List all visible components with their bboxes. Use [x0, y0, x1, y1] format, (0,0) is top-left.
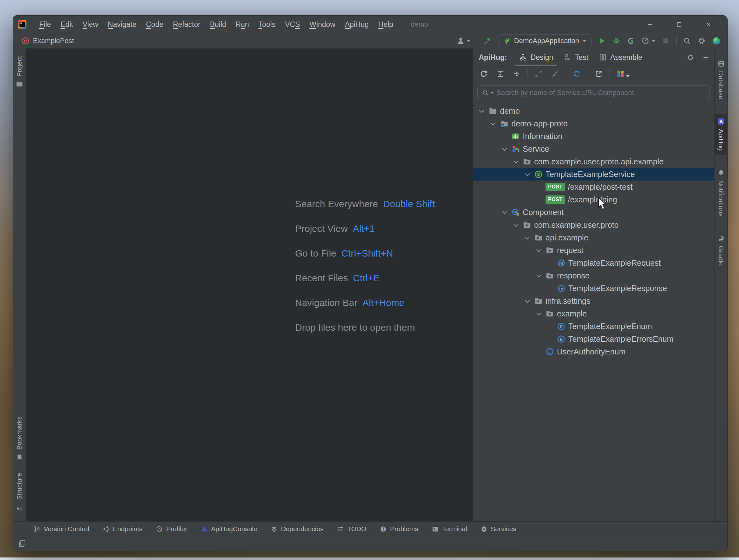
color-grid-icon	[616, 70, 625, 78]
tree-row-userauthorityenum[interactable]: EUserAuthorityEnum	[473, 345, 714, 358]
menu-item-help[interactable]: Help	[374, 15, 398, 33]
shrink-window-button[interactable]	[551, 70, 559, 78]
build-hammer-button[interactable]	[483, 37, 492, 45]
tree-row-com-example-user-proto[interactable]: com.example.user.proto	[473, 219, 714, 231]
layout-widget-button[interactable]	[18, 539, 26, 548]
tree-row-com-example-user-proto-api-example[interactable]: com.example.user.proto.api.example	[473, 155, 714, 168]
stop-button[interactable]	[662, 37, 670, 45]
gradle-icon	[718, 235, 725, 242]
menu-item-window[interactable]: Window	[305, 15, 340, 33]
stripe-label-project[interactable]: Project	[15, 56, 23, 77]
package-icon	[534, 297, 543, 305]
panel-settings-button[interactable]	[687, 53, 694, 61]
panel-search-input[interactable]	[496, 88, 706, 97]
tree-row-service[interactable]: {}Service	[473, 143, 714, 155]
stripe-item-apihug[interactable]: ApiHug	[715, 114, 727, 155]
color-grid-button[interactable]	[612, 70, 630, 78]
stripe-item-bookmarks[interactable]: Bookmarks	[15, 417, 23, 461]
toolwindow-button-version-control[interactable]: Version Control	[33, 525, 89, 533]
profiler-button[interactable]	[641, 37, 655, 45]
tree-row-templateexampleresponse[interactable]: mTemplateExampleResponse	[473, 282, 714, 295]
shortcut-keys: Ctrl+Shift+N	[341, 248, 393, 259]
tree-row-demo[interactable]: demo	[473, 105, 714, 117]
chevron-down-icon	[535, 196, 543, 203]
stripe-item-structure[interactable]: Structure	[15, 473, 23, 511]
tree-row-example-post-test[interactable]: POST/example/post-test	[473, 180, 714, 193]
collapse-all-button[interactable]	[512, 70, 521, 78]
stripe-item-notifications[interactable]: Notifications	[715, 165, 727, 220]
menu-item-view[interactable]: View	[78, 15, 103, 33]
toolwindow-button-problems[interactable]: Problems	[380, 525, 418, 533]
coverage-button[interactable]	[627, 37, 635, 45]
tree-row-response[interactable]: response	[473, 269, 714, 282]
tab-design[interactable]: Design	[514, 48, 559, 66]
toolwindow-button-services[interactable]: Services	[480, 525, 516, 533]
menu-item-edit[interactable]: Edit	[56, 15, 78, 33]
tree-row-component[interactable]: mComponent	[473, 206, 714, 219]
shortcut-action: Search Everywhere	[295, 198, 378, 209]
toolwindow-button-endpoints[interactable]: Endpoints	[103, 525, 142, 533]
module-folder-icon	[500, 119, 508, 128]
menu-item-apihug[interactable]: ApiHug	[340, 15, 373, 33]
toolwindow-button-todo[interactable]: TODO	[337, 525, 366, 533]
tree-row-example[interactable]: example	[473, 307, 714, 320]
menu-item-vcs[interactable]: VCS	[280, 15, 305, 33]
menu-item-file[interactable]: File	[34, 15, 56, 33]
toolwindow-button-dependencies[interactable]: Dependencies	[270, 525, 323, 533]
menu-item-code[interactable]: Code	[141, 15, 168, 33]
tree-label: TemplateExampleResponse	[568, 284, 667, 293]
shortcut-keys: Alt+Home	[362, 297, 405, 308]
svg-text:E: E	[560, 324, 563, 329]
plugin-sphere-icon[interactable]	[712, 36, 721, 45]
svg-text:IJ: IJ	[20, 22, 22, 24]
minimize-button[interactable]	[635, 15, 664, 33]
chevron-down-icon	[489, 120, 497, 127]
hide-panel-button[interactable]	[702, 53, 710, 61]
tree-row-example-ping[interactable]: POST/example/ping	[473, 193, 714, 206]
tab-test[interactable]: Test	[559, 48, 594, 66]
search-everywhere-button[interactable]	[683, 37, 691, 45]
menu-item-refactor[interactable]: Refactor	[168, 15, 205, 33]
menu-item-navigate[interactable]: Navigate	[103, 15, 141, 33]
tree-row-demo-app-proto[interactable]: demo-app-proto	[473, 117, 714, 130]
breadcrumb[interactable]: R ExamplePost	[21, 37, 74, 45]
drop-files-hint: Drop files here to open them	[295, 322, 435, 335]
chevron-down-icon	[467, 40, 470, 42]
stripe-item-database[interactable]: Database	[715, 56, 727, 103]
user-menu-button[interactable]	[457, 37, 470, 45]
tree-row-request[interactable]: request	[473, 244, 714, 257]
run-configuration-select[interactable]: DemoAppApplication	[498, 34, 591, 47]
tree-row-api-example[interactable]: api.example	[473, 231, 714, 244]
maximize-button[interactable]	[664, 15, 694, 33]
run-button[interactable]	[598, 37, 606, 45]
stripe-label: Bookmarks	[15, 417, 23, 450]
panel-search-box[interactable]	[477, 86, 710, 100]
sync-button[interactable]	[573, 70, 581, 78]
toolwindow-button-profiler[interactable]: Profiler	[156, 525, 187, 533]
open-in-browser-button[interactable]	[595, 70, 603, 78]
menu-item-build[interactable]: Build	[205, 15, 231, 33]
toolwindow-label: Problems	[390, 525, 418, 533]
tab-assemble[interactable]: Assemble	[594, 48, 647, 66]
refresh-button[interactable]	[480, 70, 488, 78]
menu-item-tools[interactable]: Tools	[254, 15, 280, 33]
tree-row-templateexampleenum[interactable]: ETemplateExampleEnum	[473, 320, 714, 332]
chevron-down-icon	[524, 170, 531, 178]
stripe-item-gradle[interactable]: Gradle	[715, 231, 727, 270]
tree-row-infra-settings[interactable]: infra.settings	[473, 295, 714, 307]
settings-button[interactable]	[698, 37, 706, 45]
panel-header-actions	[687, 53, 710, 61]
tree-row-information[interactable]: Information	[473, 130, 714, 143]
toolwindow-button-apihugconsole[interactable]: ApiHugConsole	[201, 525, 258, 533]
toolwindow-button-terminal[interactable]: Terminal	[432, 525, 467, 533]
tree-row-templateexamplerequest[interactable]: mTemplateExampleRequest	[473, 257, 714, 269]
debug-button[interactable]	[612, 37, 621, 45]
menu-item-run[interactable]: Run	[231, 15, 254, 33]
chevron-down-icon	[535, 310, 543, 317]
close-button[interactable]	[694, 15, 723, 33]
tree-row-templateexampleservice[interactable]: STemplateExampleService	[473, 168, 714, 180]
tree-row-templateexampleerrorsenum[interactable]: ETemplateExampleErrorsEnum	[473, 332, 714, 345]
expand-window-button[interactable]	[535, 70, 543, 78]
expand-all-button[interactable]	[496, 70, 504, 78]
toolwindow-label: Dependencies	[281, 525, 323, 533]
